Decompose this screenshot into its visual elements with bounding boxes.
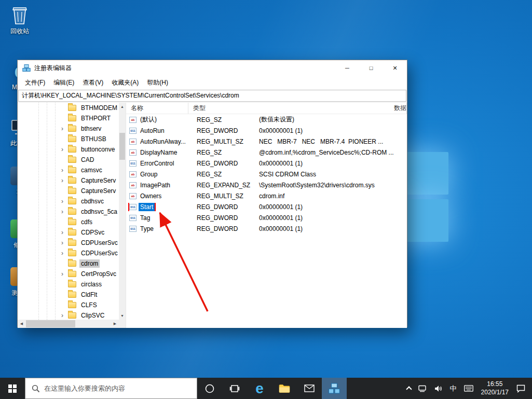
maximize-button[interactable]: □ bbox=[359, 60, 383, 76]
value-name-cell[interactable]: ab AutoRunAlway... bbox=[126, 137, 192, 146]
tree-item[interactable]: circlass bbox=[18, 279, 119, 290]
column-header[interactable]: 名称 bbox=[126, 103, 188, 114]
menu-item[interactable]: 帮助(H) bbox=[143, 76, 172, 89]
search-input[interactable] bbox=[44, 384, 197, 392]
chevron-right-icon[interactable] bbox=[61, 167, 68, 173]
tree-item[interactable]: ClipSVC bbox=[18, 310, 119, 320]
file-explorer-button[interactable] bbox=[272, 378, 297, 399]
registry-value-row[interactable]: ab (默认) REG_SZ (数值未设置) bbox=[126, 114, 407, 125]
chevron-right-icon[interactable] bbox=[61, 198, 68, 204]
touch-keyboard-icon[interactable] bbox=[460, 378, 477, 399]
value-name-cell[interactable]: 011 AutoRun bbox=[126, 127, 192, 135]
value-name-cell[interactable]: 011 ErrorControl bbox=[126, 159, 192, 168]
scroll-left-icon[interactable] bbox=[18, 320, 25, 328]
window-title: 注册表编辑器 bbox=[34, 64, 72, 73]
tray-expand-button[interactable] bbox=[403, 378, 415, 399]
value-data-cell: SCSI CDROM Class bbox=[254, 171, 407, 178]
tree-item[interactable]: CaptureServ bbox=[18, 186, 119, 196]
value-name-cell[interactable]: ab (默认) bbox=[126, 115, 192, 125]
folder-icon bbox=[68, 302, 76, 308]
folder-icon bbox=[68, 188, 76, 194]
scroll-up-icon[interactable] bbox=[119, 103, 126, 111]
registry-value-row[interactable]: ab Owners REG_MULTI_SZ cdrom.inf bbox=[126, 190, 407, 201]
menu-item[interactable]: 查看(V) bbox=[78, 76, 107, 89]
tree-item[interactable]: CLFS bbox=[18, 300, 119, 310]
mail-button[interactable] bbox=[297, 378, 322, 399]
menu-bar: 文件(F) 编辑(E) 查看(V) 收藏夹(A) 帮助(H) bbox=[18, 76, 407, 89]
tree-item[interactable]: BTHMODEM bbox=[18, 103, 119, 113]
chevron-right-icon[interactable] bbox=[61, 146, 68, 153]
chevron-right-icon[interactable] bbox=[61, 312, 68, 319]
chevron-right-icon[interactable] bbox=[61, 271, 68, 277]
taskbar-clock[interactable]: 16:55 2020/1/17 bbox=[477, 378, 513, 399]
menu-item[interactable]: 文件(F) bbox=[21, 76, 49, 89]
edge-taskbar-button[interactable] bbox=[247, 378, 272, 399]
desktop-icon-label: 回收站 bbox=[8, 27, 32, 35]
tree-item[interactable]: CldFlt bbox=[18, 290, 119, 300]
scroll-right-icon[interactable] bbox=[111, 320, 119, 328]
registry-value-row[interactable]: ab Group REG_SZ SCSI CDROM Class bbox=[126, 169, 407, 180]
chevron-right-icon[interactable] bbox=[61, 250, 68, 256]
folder-icon bbox=[68, 260, 76, 267]
network-tray-icon[interactable] bbox=[415, 378, 431, 399]
column-header[interactable]: 类型 bbox=[188, 103, 389, 114]
menu-item[interactable]: 收藏夹(A) bbox=[107, 76, 143, 89]
registry-value-row[interactable]: ab AutoRunAlway... REG_MULTI_SZ NEC MBR-… bbox=[126, 136, 407, 147]
tree-item[interactable]: CertPropSvc bbox=[18, 269, 119, 279]
action-center-button[interactable] bbox=[513, 378, 529, 399]
registry-value-row[interactable]: 011 AutoRun REG_DWORD 0x00000001 (1) bbox=[126, 125, 407, 136]
value-name-cell[interactable]: 011 Start bbox=[126, 203, 192, 211]
registry-value-row[interactable]: ab ImagePath REG_EXPAND_SZ \SystemRoot\S… bbox=[126, 180, 407, 190]
scrollbar-thumb[interactable] bbox=[119, 133, 125, 160]
registry-path-input[interactable] bbox=[18, 90, 406, 102]
registry-value-row[interactable]: 011 Type REG_DWORD 0x00000001 (1) bbox=[126, 223, 407, 234]
registry-editor-window: 注册表编辑器 ─ □ ✕ 文件(F) 编辑(E) 查看(V) 收藏夹(A) 帮助… bbox=[17, 60, 407, 327]
chevron-right-icon[interactable] bbox=[61, 126, 68, 132]
value-name-cell[interactable]: 011 Type bbox=[126, 225, 192, 233]
desktop-icon-recycle-bin[interactable]: 回收站 bbox=[3, 4, 36, 35]
tree-item[interactable]: cdrom bbox=[18, 258, 119, 269]
column-header[interactable]: 数据 bbox=[389, 103, 407, 114]
tree-item[interactable]: BTHPORT bbox=[18, 113, 119, 123]
regedit-taskbar-button[interactable] bbox=[322, 378, 347, 399]
volume-tray-icon[interactable] bbox=[431, 378, 446, 399]
tree-item[interactable]: cbdhsvc bbox=[18, 196, 119, 207]
value-name-cell[interactable]: ab Group bbox=[126, 170, 192, 178]
scroll-down-icon[interactable] bbox=[119, 312, 126, 320]
tree-item[interactable]: BTHUSB bbox=[18, 134, 119, 144]
value-name-cell[interactable]: ab Owners bbox=[126, 192, 192, 200]
registry-value-row[interactable]: 011 ErrorControl REG_DWORD 0x00000001 (1… bbox=[126, 158, 407, 169]
start-button[interactable] bbox=[0, 378, 25, 399]
tree-vertical-scrollbar[interactable] bbox=[119, 103, 126, 320]
title-bar[interactable]: 注册表编辑器 ─ □ ✕ bbox=[18, 60, 407, 76]
value-name-cell[interactable]: ab DisplayName bbox=[126, 148, 192, 157]
registry-value-row[interactable]: 011 Tag REG_DWORD 0x00000001 (1) bbox=[126, 212, 407, 223]
tree-horizontal-scrollbar[interactable] bbox=[18, 320, 126, 328]
menu-item[interactable]: 编辑(E) bbox=[49, 76, 78, 89]
tree-item[interactable]: CDPUserSvc bbox=[18, 248, 119, 258]
tree-item[interactable]: CAD bbox=[18, 155, 119, 165]
task-view-button[interactable] bbox=[222, 378, 247, 399]
value-name-cell[interactable]: 011 Tag bbox=[126, 214, 192, 222]
tree-item[interactable]: camsvc bbox=[18, 165, 119, 175]
chevron-right-icon[interactable] bbox=[61, 240, 68, 246]
tree-item[interactable]: cbdhsvc_5ca bbox=[18, 207, 119, 217]
tree-item[interactable]: bthserv bbox=[18, 123, 119, 134]
tree-item[interactable]: cdfs bbox=[18, 217, 119, 227]
chevron-right-icon[interactable] bbox=[61, 177, 68, 184]
taskbar-search[interactable] bbox=[25, 378, 197, 399]
tree-item[interactable]: CDPSvc bbox=[18, 227, 119, 238]
cortana-button[interactable] bbox=[197, 378, 222, 399]
minimize-button[interactable]: ─ bbox=[335, 60, 359, 76]
value-name-cell[interactable]: ab ImagePath bbox=[126, 181, 192, 189]
tree-item[interactable]: CaptureServ bbox=[18, 175, 119, 186]
chevron-right-icon[interactable] bbox=[61, 209, 68, 215]
close-button[interactable]: ✕ bbox=[383, 60, 407, 76]
chevron-right-icon[interactable] bbox=[61, 229, 68, 236]
scrollbar-thumb[interactable] bbox=[26, 320, 75, 327]
ime-indicator[interactable]: 中 bbox=[446, 378, 460, 399]
tree-item[interactable]: buttonconve bbox=[18, 144, 119, 155]
tree-item[interactable]: CDPUserSvc bbox=[18, 238, 119, 248]
registry-value-row[interactable]: ab DisplayName REG_SZ @cdrom.inf,%cdrom_… bbox=[126, 147, 407, 158]
registry-value-row[interactable]: 011 Start REG_DWORD 0x00000001 (1) bbox=[126, 201, 407, 212]
